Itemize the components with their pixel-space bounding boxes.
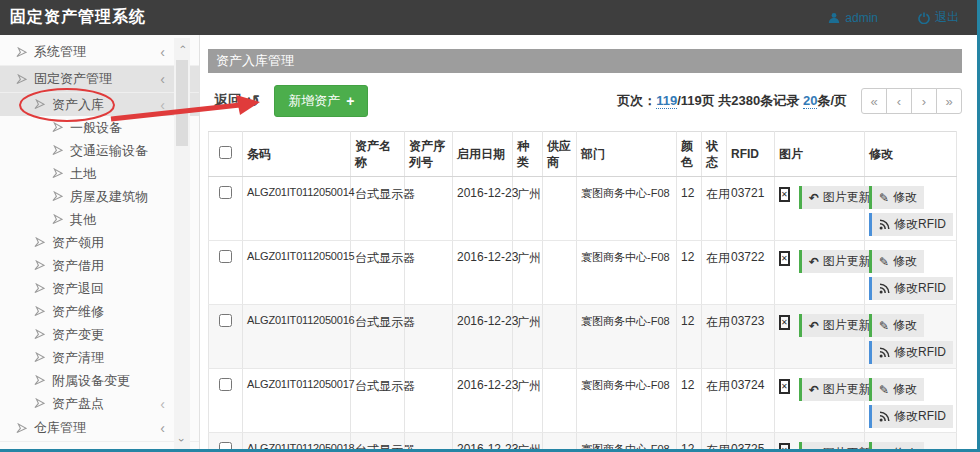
pager-buttons: « ‹ › » [861, 88, 962, 114]
row-checkbox[interactable] [219, 186, 232, 199]
asset-name-cell: 台式显示器 [351, 241, 405, 305]
asset-table: 条码 资产名称 资产序列号 启用日期 种类 供应商 部门 颜色 状态 RFID … [208, 131, 957, 452]
sidebar-item-12[interactable]: 资产变更 [0, 323, 199, 346]
back-button[interactable]: 返回 ↺ [214, 91, 260, 112]
sidebar: 系统管理‹固定资产管理‹资产入库‹一般设备交通运输设备土地房屋及建筑物其他资产领… [0, 35, 200, 452]
toolbar: 返回 ↺ 新增资产 + 页次：119/119页 共2380条记录 20条/页 «… [208, 85, 962, 117]
image-update-button[interactable]: ↶ 图片更新 [799, 186, 878, 209]
image-update-button[interactable]: ↶ 图片更新 [799, 442, 878, 452]
row-checkbox[interactable] [219, 442, 232, 452]
sidebar-item-label: 交通运输设备 [70, 142, 148, 160]
sidebar-item-3[interactable]: 一般设备 [0, 116, 199, 139]
image-update-button[interactable]: ↶ 图片更新 [799, 378, 878, 401]
col-rfid: RFID [727, 132, 775, 177]
edit-button[interactable]: ✎ 修改 [869, 442, 924, 452]
status-cell: 在用 [702, 241, 727, 305]
scroll-down-icon[interactable]: › [174, 431, 190, 449]
sidebar-item-5[interactable]: 土地 [0, 162, 199, 185]
edit-cell: ✎ 修改 修改RFID [865, 241, 957, 305]
first-page-button[interactable]: « [861, 88, 887, 114]
broken-image-icon: ✕ [779, 251, 790, 266]
asset-name-cell: 台式显示器 [351, 369, 405, 433]
chevron-left-icon: ‹ [160, 45, 165, 59]
chevron-left-icon: ‹ [160, 421, 165, 435]
sidebar-item-13[interactable]: 资产清理 [0, 346, 199, 369]
add-asset-button[interactable]: 新增资产 + [274, 85, 368, 117]
department-cell: 寰图商务中心-F08 [577, 305, 677, 369]
edit-button[interactable]: ✎ 修改 [869, 250, 924, 273]
edit-rfid-button[interactable]: 修改RFID [869, 213, 953, 236]
edit-button[interactable]: ✎ 修改 [869, 314, 924, 337]
color-cell: 12 [677, 177, 702, 241]
logout-label: 退出 [935, 9, 959, 26]
sidebar-item-label: 房屋及建筑物 [70, 188, 148, 206]
sidebar-item-11[interactable]: 资产维修 [0, 300, 199, 323]
image-cell: ✕ ↶ 图片更新 [775, 305, 865, 369]
scrollbar-thumb[interactable] [176, 60, 188, 146]
sidebar-item-9[interactable]: 资产借用 [0, 254, 199, 277]
sidebar-item-4[interactable]: 交通运输设备 [0, 139, 199, 162]
row-checkbox[interactable] [219, 250, 232, 263]
edit-rfid-button[interactable]: 修改RFID [869, 405, 953, 428]
row-checkbox-cell [209, 177, 243, 241]
sidebar-item-0[interactable]: 系统管理‹ [0, 39, 199, 66]
col-image: 图片 [775, 132, 865, 177]
undo-icon: ↺ [246, 91, 260, 112]
header-actions: admin 退出 [828, 9, 959, 26]
row-checkbox[interactable] [219, 314, 232, 327]
power-icon [918, 12, 930, 24]
logout-button[interactable]: 退出 [918, 9, 959, 26]
rfid-cell: 03721 [727, 177, 775, 241]
back-label: 返回 [214, 92, 242, 110]
plane-arrow-icon [34, 329, 45, 340]
category-cell: 广州 [513, 369, 543, 433]
image-update-button[interactable]: ↶ 图片更新 [799, 250, 878, 273]
image-update-button[interactable]: ↶ 图片更新 [799, 314, 878, 337]
pencil-icon: ✎ [879, 255, 889, 269]
prev-page-button[interactable]: ‹ [886, 88, 912, 114]
sidebar-item-15[interactable]: 资产盘点‹ [0, 392, 199, 415]
current-page-link[interactable]: 119 [656, 93, 677, 109]
col-supplier: 供应商 [543, 132, 577, 177]
page-size-link[interactable]: 20 [803, 93, 817, 109]
plane-arrow-icon [34, 375, 45, 386]
edit-button[interactable]: ✎ 修改 [869, 186, 924, 209]
date-cell: 2016-12-23 [453, 241, 513, 305]
select-all-checkbox[interactable] [219, 146, 232, 159]
pencil-icon: ✎ [879, 191, 889, 205]
sidebar-item-14[interactable]: 附属设备变更 [0, 369, 199, 392]
last-page-button[interactable]: » [936, 88, 962, 114]
scroll-up-icon[interactable]: › [174, 38, 190, 56]
sidebar-item-6[interactable]: 房屋及建筑物 [0, 185, 199, 208]
sidebar-item-1[interactable]: 固定资产管理‹ [0, 66, 199, 93]
edit-cell: ✎ 修改 修改RFID [865, 369, 957, 433]
asset-name-cell: 台式显示器 [351, 433, 405, 452]
image-cell: ✕ ↶ 图片更新 [775, 177, 865, 241]
sidebar-item-2[interactable]: 资产入库‹ [0, 93, 199, 116]
date-cell: 2016-12-23 [453, 177, 513, 241]
reply-arrow-icon: ↶ [809, 191, 819, 205]
edit-rfid-button[interactable]: 修改RFID [869, 341, 953, 364]
col-asset-name: 资产名称 [351, 132, 405, 177]
user-menu[interactable]: admin [828, 9, 878, 26]
chevron-left-icon: ‹ [160, 397, 165, 411]
sidebar-item-label: 固定资产管理 [34, 70, 112, 88]
row-checkbox-cell [209, 241, 243, 305]
sidebar-item-7[interactable]: 其他 [0, 208, 199, 231]
sidebar-item-label: 资产清理 [52, 349, 104, 367]
plus-icon: + [346, 93, 354, 109]
date-cell: 2016-12-23 [453, 433, 513, 452]
app-window: 固定资产管理系统 admin 退出 系统管理‹固定资产管理‹资产入库‹一般设备交… [0, 0, 980, 452]
edit-rfid-button[interactable]: 修改RFID [869, 277, 953, 300]
row-checkbox[interactable] [219, 378, 232, 391]
sidebar-item-8[interactable]: 资产领用 [0, 231, 199, 254]
next-page-button[interactable]: › [911, 88, 937, 114]
rfid-cell: 03725 [727, 433, 775, 452]
rfid-signal-icon [879, 283, 890, 294]
edit-button[interactable]: ✎ 修改 [869, 378, 924, 401]
sidebar-item-10[interactable]: 资产退回 [0, 277, 199, 300]
sidebar-scrollbar[interactable]: › › [174, 38, 190, 449]
app-title: 固定资产管理系统 [10, 7, 146, 28]
sidebar-item-16[interactable]: 仓库管理‹ [0, 415, 199, 442]
color-cell: 12 [677, 241, 702, 305]
